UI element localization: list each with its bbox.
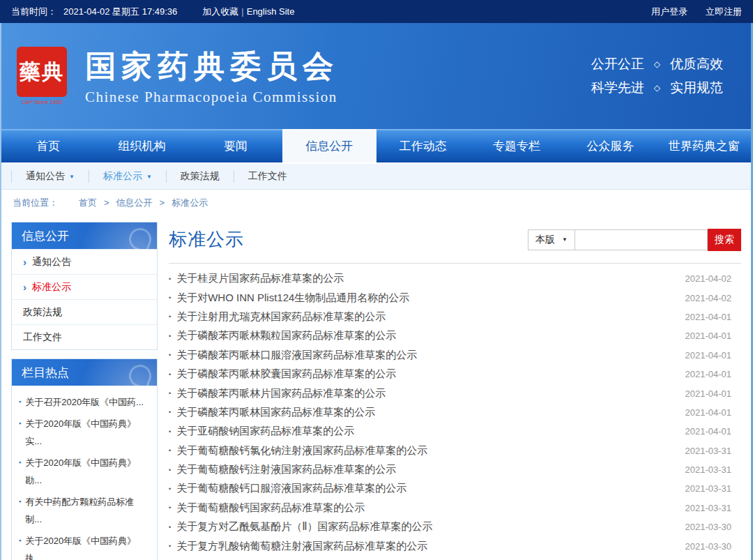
- announcement-link[interactable]: 关于复方乳酸钠葡萄糖注射液国家药品标准草案的公示: [176, 540, 427, 553]
- dot-bullet-icon: •: [169, 333, 171, 340]
- sidebar-menu-item[interactable]: › 政策法规: [12, 299, 157, 324]
- subnav-item-label: 工作文件: [248, 170, 287, 183]
- announcement-date: 2021-03-31: [671, 503, 732, 513]
- announcement-row: • 关于磷酸苯丙哌林口服溶液国家药品标准草案的公示 2021-04-01: [169, 346, 741, 365]
- hot-topics-box: 栏目热点 ▪ 关于召开2020年版《中国药... ▪ 关于2020年版《中国药典…: [11, 358, 158, 560]
- subnav-item[interactable]: 标准公示 ▼: [89, 170, 166, 183]
- nav-item[interactable]: 工作动态: [376, 129, 470, 162]
- subnav-item-label: 政策法规: [181, 170, 220, 183]
- hot-topic-label: 关于2020年版《中国药典》实...: [25, 415, 150, 450]
- announcement-date: 2021-04-01: [671, 350, 732, 361]
- slogans: 公开公正 ◇ 优质高效 科学先进 ◇ 实用规范: [591, 50, 736, 103]
- diamond-separator-icon: ◇: [654, 83, 660, 93]
- nav-item-label: 工作动态: [400, 138, 447, 154]
- hot-topic-label: 关于2020年版《中国药典》执...: [25, 532, 150, 560]
- sidebar-menu-item[interactable]: › 工作文件: [12, 324, 157, 349]
- sidebar: 信息公开 › 通知公告 › 标准公示: [11, 222, 158, 534]
- slogan-right: 实用规范: [670, 79, 723, 97]
- announcement-date: 2021-04-02: [671, 293, 732, 303]
- announcement-date: 2021-04-01: [671, 407, 732, 418]
- breadcrumb-item: 首页: [65, 197, 97, 209]
- slogan-line: 科学先进 ◇ 实用规范: [591, 79, 723, 97]
- search-input[interactable]: [575, 229, 708, 250]
- announcement-link[interactable]: 关于磷酸苯丙哌林口服溶液国家药品标准草案的公示: [176, 349, 417, 362]
- search-scope-select[interactable]: 本版 ▼: [528, 229, 575, 250]
- dot-bullet-icon: •: [169, 351, 171, 358]
- announcement-link[interactable]: 关于桂灵片国家药品标准草案的公示: [176, 272, 344, 285]
- announcement-date: 2021-04-01: [671, 388, 732, 399]
- sidebar-menu-label: 通知公告: [32, 256, 71, 268]
- breadcrumb-link[interactable]: 信息公开: [116, 197, 153, 209]
- info-box-menu: › 通知公告 › 标准公示 › 政策法规: [12, 249, 157, 349]
- hot-topics-list: ▪ 关于召开2020年版《中国药... ▪ 关于2020年版《中国药典》实...…: [12, 386, 157, 560]
- register-link[interactable]: 立即注册: [706, 6, 742, 18]
- sidebar-menu-label: 标准公示: [32, 281, 71, 294]
- square-bullet-icon: ▪: [19, 415, 21, 450]
- breadcrumb-link[interactable]: 标准公示: [172, 197, 208, 209]
- slogan-right: 优质高效: [670, 55, 723, 73]
- sidebar-menu-item[interactable]: › 通知公告: [12, 249, 157, 274]
- english-site-link[interactable]: English Site: [247, 6, 295, 17]
- hot-topic-label: 关于召开2020年版《中国药...: [25, 393, 144, 411]
- announcement-link[interactable]: 关于对WHO INN Plist124生物制品通用名称的公示: [176, 292, 409, 305]
- search-button[interactable]: 搜索: [708, 229, 741, 251]
- announcement-link[interactable]: 关于葡萄糖酸钙氯化钠注射液国家药品标准草案的公示: [176, 444, 427, 457]
- nav-item[interactable]: 要闻: [189, 129, 282, 162]
- hot-topic-item[interactable]: ▪ 关于召开2020年版《中国药...: [19, 391, 150, 413]
- breadcrumb-items: 首页 > 信息公开 > 标准公示: [65, 197, 208, 209]
- current-time: 当前时间： 2021-04-02 星期五 17:49:36: [11, 6, 177, 18]
- announcement-link[interactable]: 关于亚硝酸钠国家药品标准草案的公示: [176, 425, 354, 438]
- site-title-cn: 国家药典委员会: [85, 46, 339, 87]
- info-box-title: 信息公开: [12, 222, 157, 249]
- announcement-link[interactable]: 关于葡萄糖酸钙注射液国家药品标准草案的公示: [176, 463, 396, 476]
- nav-item[interactable]: 公众服务: [563, 129, 657, 162]
- sidebar-menu-item[interactable]: › 标准公示: [12, 274, 157, 299]
- hot-topic-item[interactable]: ▪ 有关中药配方颗粒药品标准制...: [19, 491, 150, 530]
- pharmacopoeia-seal-icon: 藥典: [17, 47, 67, 97]
- announcement-link[interactable]: 关于磷酸苯丙哌林胶囊国家药品标准草案的公示: [176, 368, 396, 381]
- nav-item[interactable]: 首页: [1, 129, 95, 162]
- announcement-row: • 关于复方乳酸钠葡萄糖注射液国家药品标准草案的公示 2021-03-30: [169, 536, 741, 555]
- announcement-link[interactable]: 关于葡萄糖酸钙国家药品标准草案的公示: [176, 501, 365, 515]
- slogan-line: 公开公正 ◇ 优质高效: [591, 55, 723, 73]
- nav-item-label: 组织机构: [119, 138, 166, 154]
- subnav-item[interactable]: 政策法规 ▼: [166, 170, 234, 183]
- announcement-link[interactable]: 关于磷酸苯丙哌林国家药品标准草案的公示: [176, 406, 375, 419]
- announcement-date: 2021-04-01: [671, 426, 732, 437]
- announcement-link[interactable]: 关于磷酸苯丙哌林颗粒国家药品标准草案的公示: [176, 329, 396, 342]
- page-frame: 藥典 C&P Since 1950 国家药典委员会 Chinese Pharma…: [0, 23, 753, 560]
- breadcrumb-separator: >: [104, 197, 109, 208]
- announcement-row: • 关于对WHO INN Plist124生物制品通用名称的公示 2021-04…: [169, 288, 741, 307]
- site-logo[interactable]: 藥典 C&P Since 1950: [17, 47, 67, 105]
- announcement-row: • 关于亚硝酸钠国家药品标准草案的公示 2021-04-01: [169, 422, 741, 441]
- nav-item-label: 首页: [36, 138, 60, 154]
- nav-item[interactable]: 世界药典之窗: [657, 129, 751, 162]
- nav-item-label: 要闻: [224, 138, 248, 154]
- time-label: 当前时间：: [11, 6, 56, 18]
- announcement-date: 2021-03-30: [671, 541, 732, 552]
- nav-item[interactable]: 组织机构: [95, 129, 188, 162]
- hot-topic-item[interactable]: ▪ 关于2020年版《中国药典》执...: [19, 530, 150, 560]
- dot-bullet-icon: •: [169, 409, 171, 416]
- subnav-item[interactable]: 通知公告 ▼: [11, 170, 89, 183]
- announcement-link[interactable]: 关于磷酸苯丙哌林片国家药品标准草案的公示: [176, 387, 386, 400]
- nav-item[interactable]: 专题专栏: [470, 129, 563, 162]
- announcement-link[interactable]: 关于复方对乙酰氨基酚片（Ⅱ）国家药品标准草案的公示: [176, 520, 432, 533]
- announcement-row: • 关于磷酸苯丙哌林颗粒国家药品标准草案的公示 2021-04-01: [169, 326, 741, 345]
- subnav-item-label: 标准公示: [103, 170, 142, 183]
- announcement-date: 2021-03-31: [671, 464, 732, 475]
- user-login-link[interactable]: 用户登录: [651, 6, 687, 18]
- announcement-link[interactable]: 关于葡萄糖酸钙口服溶液国家药品标准草案的公示: [176, 482, 406, 495]
- hot-topic-item[interactable]: ▪ 关于2020年版《中国药典》勘...: [19, 452, 150, 491]
- subnav-item[interactable]: 工作文件 ▼: [234, 170, 302, 183]
- add-favorites-link[interactable]: 加入收藏: [202, 6, 238, 18]
- announcement-link[interactable]: 关于注射用尤瑞克林国家药品标准草案的公示: [176, 310, 386, 324]
- main-nav: 首页 组织机构 要闻 信息公开 工作动态 专题专栏 公众服务: [1, 129, 751, 162]
- nav-item[interactable]: 信息公开: [282, 129, 376, 162]
- content-area: 信息公开 › 通知公告 › 标准公示: [1, 215, 751, 534]
- breadcrumb-item: > 标准公示: [153, 197, 208, 209]
- breadcrumb-link[interactable]: 首页: [79, 197, 97, 209]
- slogan-left: 公开公正: [591, 55, 644, 73]
- hot-topic-item[interactable]: ▪ 关于2020年版《中国药典》实...: [19, 413, 150, 452]
- dot-bullet-icon: •: [169, 313, 171, 320]
